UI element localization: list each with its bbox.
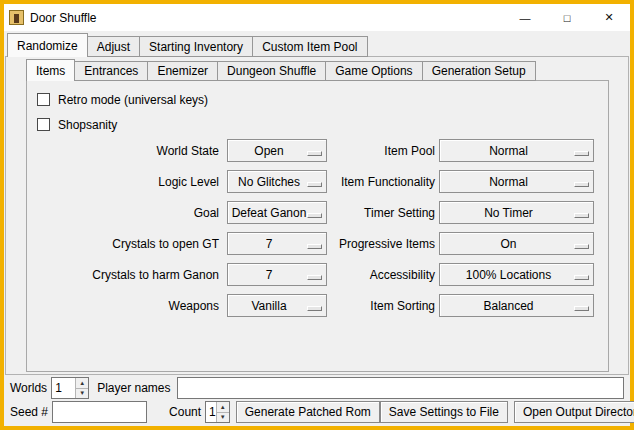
- logic-level-label: Logic Level: [27, 175, 219, 189]
- count-spin-up-button[interactable]: ▲: [217, 402, 229, 412]
- weapons-dropdown[interactable]: Vanilla: [227, 294, 327, 317]
- worlds-spinbox[interactable]: 1 ▲ ▼: [51, 377, 89, 399]
- option-row: Goal Defeat Ganon Timer Setting No Timer: [27, 201, 608, 224]
- player-names-input[interactable]: [177, 377, 625, 399]
- timer-setting-dropdown[interactable]: No Timer: [439, 201, 594, 224]
- crystals-gt-label: Crystals to open GT: [27, 237, 219, 251]
- dropdown-indicator-icon: [307, 275, 322, 280]
- item-functionality-value: Normal: [440, 175, 593, 189]
- shopsanity-checkbox[interactable]: [37, 118, 50, 131]
- dropdown-indicator-icon: [574, 244, 589, 249]
- item-sorting-value: Balanced: [440, 299, 593, 313]
- close-button[interactable]: ✕: [588, 4, 630, 31]
- item-functionality-dropdown[interactable]: Normal: [439, 170, 594, 193]
- item-functionality-label: Item Functionality: [327, 175, 435, 189]
- dropdown-indicator-icon: [307, 182, 322, 187]
- count-spinbox[interactable]: 1 ▲ ▼: [205, 401, 230, 423]
- weapons-label: Weapons: [27, 299, 219, 313]
- seed-input[interactable]: [52, 401, 147, 423]
- count-spin-buttons: ▲ ▼: [216, 402, 229, 422]
- dropdown-indicator-icon: [574, 306, 589, 311]
- logic-level-dropdown[interactable]: No Glitches: [227, 170, 327, 193]
- dropdown-indicator-icon: [307, 306, 322, 311]
- item-sorting-label: Item Sorting: [327, 299, 435, 313]
- door-shuffle-window: Door Shuffle — □ ✕ Randomize Adjust Star…: [0, 0, 634, 430]
- tab-entrances[interactable]: Entrances: [74, 61, 148, 81]
- tab-starting-inventory[interactable]: Starting Inventory: [139, 36, 253, 57]
- option-row: Crystals to harm Ganon 7 Accessibility 1…: [27, 263, 608, 286]
- tab-game-options[interactable]: Game Options: [325, 61, 422, 81]
- item-sorting-dropdown[interactable]: Balanced: [439, 294, 594, 317]
- crystals-ganon-dropdown[interactable]: 7: [227, 263, 327, 286]
- progressive-items-value: On: [440, 237, 593, 251]
- dropdown-indicator-icon: [574, 182, 589, 187]
- randomize-pane: Items Entrances Enemizer Dungeon Shuffle…: [5, 56, 629, 375]
- dropdown-indicator-icon: [307, 213, 322, 218]
- worlds-spin-up-button[interactable]: ▲: [76, 378, 88, 388]
- titlebar: Door Shuffle — □ ✕: [4, 4, 630, 31]
- tab-dungeon-shuffle[interactable]: Dungeon Shuffle: [217, 61, 326, 81]
- seed-row: Seed # Count 1 ▲ ▼ Generate Patched Rom …: [10, 401, 624, 423]
- worlds-value: 1: [52, 378, 75, 398]
- spin-up-icon: ▲: [220, 404, 226, 410]
- tab-generation-setup[interactable]: Generation Setup: [422, 61, 536, 81]
- dropdown-indicator-icon: [307, 151, 322, 156]
- items-pane: Retro mode (universal keys) Shopsanity W…: [26, 80, 609, 372]
- app-icon-door-glyph: [14, 14, 19, 23]
- worlds-spin-buttons: ▲ ▼: [75, 378, 88, 398]
- progressive-items-label: Progressive Items: [327, 237, 435, 251]
- accessibility-value: 100% Locations: [440, 268, 593, 282]
- retro-mode-label: Retro mode (universal keys): [58, 93, 208, 107]
- dropdown-indicator-icon: [574, 151, 589, 156]
- accessibility-dropdown[interactable]: 100% Locations: [439, 263, 594, 286]
- count-spin-down-button[interactable]: ▼: [217, 412, 229, 423]
- tab-randomize[interactable]: Randomize: [7, 33, 88, 57]
- tab-items[interactable]: Items: [26, 59, 75, 81]
- crystals-ganon-label: Crystals to harm Ganon: [27, 268, 219, 282]
- close-icon: ✕: [604, 11, 613, 24]
- retro-mode-checkbox[interactable]: [37, 93, 50, 106]
- world-state-label: World State: [27, 144, 219, 158]
- spin-down-icon: ▼: [79, 390, 85, 396]
- client-area: Randomize Adjust Starting Inventory Cust…: [4, 31, 630, 426]
- dropdown-indicator-icon: [307, 244, 322, 249]
- count-value: 1: [206, 402, 216, 422]
- shopsanity-row: Shopsanity: [27, 114, 608, 135]
- option-row: World State Open Item Pool Normal: [27, 139, 608, 162]
- progressive-items-dropdown[interactable]: On: [439, 232, 594, 255]
- retro-mode-row: Retro mode (universal keys): [27, 89, 608, 110]
- item-pool-value: Normal: [440, 144, 593, 158]
- goal-label: Goal: [27, 206, 219, 220]
- seed-label: Seed #: [10, 405, 48, 419]
- crystals-gt-dropdown[interactable]: 7: [227, 232, 327, 255]
- worlds-row: Worlds 1 ▲ ▼ Player names: [10, 377, 624, 399]
- save-settings-button[interactable]: Save Settings to File: [380, 401, 508, 423]
- dropdown-indicator-icon: [574, 275, 589, 280]
- timer-setting-value: No Timer: [440, 206, 593, 220]
- maximize-icon: □: [564, 12, 571, 24]
- minimize-button[interactable]: —: [504, 4, 546, 31]
- spin-down-icon: ▼: [220, 414, 226, 420]
- spin-up-icon: ▲: [79, 380, 85, 386]
- open-output-directory-button[interactable]: Open Output Directory: [514, 401, 634, 423]
- shopsanity-label: Shopsanity: [58, 118, 117, 132]
- minimize-icon: —: [520, 12, 531, 24]
- tab-custom-item-pool[interactable]: Custom Item Pool: [252, 36, 367, 57]
- item-pool-dropdown[interactable]: Normal: [439, 139, 594, 162]
- titlebar-buttons: — □ ✕: [504, 4, 630, 31]
- item-pool-label: Item Pool: [327, 144, 435, 158]
- player-names-label: Player names: [97, 381, 170, 395]
- maximize-button[interactable]: □: [546, 4, 588, 31]
- worlds-spin-down-button[interactable]: ▼: [76, 388, 88, 399]
- world-state-dropdown[interactable]: Open: [227, 139, 327, 162]
- option-row: Logic Level No Glitches Item Functionali…: [27, 170, 608, 193]
- dropdown-indicator-icon: [574, 213, 589, 218]
- goal-dropdown[interactable]: Defeat Ganon: [227, 201, 327, 224]
- app-icon: [9, 10, 24, 25]
- tab-adjust[interactable]: Adjust: [87, 36, 140, 57]
- worlds-label: Worlds: [10, 381, 47, 395]
- accessibility-label: Accessibility: [327, 268, 435, 282]
- option-row: Crystals to open GT 7 Progressive Items …: [27, 232, 608, 255]
- tab-enemizer[interactable]: Enemizer: [147, 61, 218, 81]
- generate-patched-rom-button[interactable]: Generate Patched Rom: [236, 401, 380, 423]
